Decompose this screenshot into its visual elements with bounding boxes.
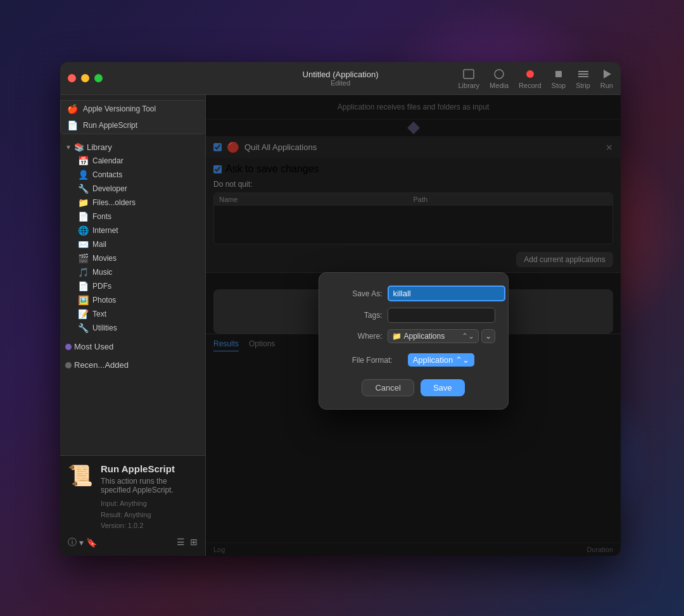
window-subtitle: Edited [303, 79, 379, 87]
save-dialog-overlay: Save As: Tags: Where: 📁 Applications [206, 95, 621, 556]
file-format-label: File Format: [352, 356, 393, 365]
photos-icon: 🖼️ [78, 295, 89, 305]
svg-marker-7 [604, 70, 611, 79]
movies-icon: 🎬 [78, 253, 89, 263]
library-group-header[interactable]: ▼ 📚 Library [60, 141, 205, 154]
version-value: 1.0.2 [128, 522, 143, 529]
bottom-footer-right: ☰ ⊞ [177, 537, 198, 548]
search-result-apple-versioning[interactable]: 🍎 Apple Versioning Tool [61, 101, 205, 117]
dialog-buttons: Cancel Save [332, 379, 495, 396]
cancel-button[interactable]: Cancel [362, 379, 414, 396]
sidebar-item-utilities[interactable]: 🔧 Utilities [60, 321, 205, 335]
apple-versioning-icon: 🍎 [67, 104, 78, 114]
svg-point-2 [526, 70, 534, 78]
title-bar: Untitled (Application) Edited Library Me… [60, 62, 621, 95]
text-icon: 📝 [78, 309, 89, 319]
main-window: Untitled (Application) Edited Library Me… [60, 62, 621, 556]
file-format-chevron-icon: ⌃⌄ [455, 355, 469, 365]
sidebar-item-contacts-label: Contacts [92, 170, 122, 179]
svg-rect-6 [578, 76, 588, 77]
contacts-icon: 👤 [78, 170, 89, 180]
sidebar-item-contacts[interactable]: 👤 Contacts [60, 168, 205, 182]
traffic-lights [68, 74, 103, 82]
file-format-select[interactable]: Application ⌃⌄ [408, 353, 475, 367]
toolbar-stop[interactable]: Stop [552, 68, 566, 89]
sidebar-item-pdfs[interactable]: 📄 PDFs [60, 279, 205, 293]
sidebar-item-mail[interactable]: ✉️ Mail [60, 237, 205, 251]
run-applescript-icon: 📄 [67, 120, 78, 130]
sidebar-item-pdfs-label: PDFs [92, 282, 111, 291]
files-icon: 📁 [78, 198, 89, 208]
library-section: ▼ 📚 Library 📅 Calendar 👤 Contacts 🔧 [60, 138, 205, 337]
toolbar-library[interactable]: Library [458, 68, 479, 89]
save-button[interactable]: Save [421, 379, 465, 396]
chevron-down-small-icon[interactable]: ▾ [79, 537, 84, 548]
where-dropdown-button[interactable]: ⌄ [481, 329, 495, 343]
bottom-footer: ⓘ ▾ 🔖 ☰ ⊞ [68, 537, 198, 548]
sidebar-item-internet-label: Internet [92, 226, 118, 235]
minimize-button[interactable] [81, 74, 89, 82]
main-content: Application receives files and folders a… [206, 95, 621, 556]
sidebar-item-fonts-label: Fonts [92, 212, 111, 221]
bookmark-icon[interactable]: 🔖 [86, 537, 97, 548]
library-label: Library [87, 142, 112, 152]
bottom-panel-meta: Input: Anything Result: Anything Version… [101, 498, 198, 532]
toolbar-strip[interactable]: Strip [576, 68, 590, 89]
sidebar-item-photos-label: Photos [92, 296, 116, 305]
svg-rect-3 [555, 71, 562, 77]
recently-added-header[interactable]: Recen...Added [60, 358, 205, 372]
sidebar-item-text[interactable]: 📝 Text [60, 307, 205, 321]
svg-rect-5 [578, 73, 588, 75]
file-format-value: Application [413, 355, 453, 365]
sidebar-item-music-label: Music [92, 268, 112, 277]
recently-added-label: Recen...Added [74, 360, 129, 370]
library-icon: 📚 [74, 142, 84, 152]
grid-icon[interactable]: ⊞ [190, 537, 198, 548]
sidebar-item-photos[interactable]: 🖼️ Photos [60, 293, 205, 307]
tags-input[interactable] [388, 308, 495, 323]
input-label: Input: [101, 500, 118, 507]
file-format-row: File Format: Application ⌃⌄ [332, 353, 495, 367]
tags-label: Tags: [332, 311, 383, 320]
save-as-input[interactable] [388, 286, 505, 301]
sidebar-item-internet[interactable]: 🌐 Internet [60, 223, 205, 237]
window-title-main: Untitled (Application) [303, 70, 379, 79]
pdfs-icon: 📄 [78, 281, 89, 291]
close-button[interactable] [68, 74, 76, 82]
info-icon[interactable]: ⓘ [68, 537, 77, 548]
most-used-label: Most Used [74, 342, 113, 351]
search-result-run-applescript[interactable]: 📄 Run AppleScript [61, 117, 205, 134]
fonts-icon: 📄 [78, 211, 89, 222]
where-chevron-icon: ⌃⌄ [462, 332, 474, 341]
mail-icon: ✉️ [78, 239, 89, 249]
sidebar-item-files[interactable]: 📁 Files...olders [60, 196, 205, 210]
recently-added-section: Recen...Added [60, 356, 205, 374]
input-value: Anything [120, 500, 147, 507]
toolbar-media[interactable]: Media [490, 68, 509, 89]
toolbar-record[interactable]: Record [519, 68, 541, 89]
sidebar-item-files-label: Files...olders [92, 198, 136, 207]
most-used-header[interactable]: Most Used [60, 340, 205, 353]
sidebar-item-music[interactable]: 🎵 Music [60, 265, 205, 279]
sidebar-item-developer-label: Developer [92, 184, 127, 193]
toolbar-run[interactable]: Run [600, 68, 613, 89]
maximize-button[interactable] [94, 74, 103, 82]
sidebar-item-calendar[interactable]: 📅 Calendar [60, 154, 205, 168]
developer-icon: 🔧 [78, 184, 89, 194]
sidebar-item-fonts[interactable]: 📄 Fonts [60, 210, 205, 223]
list-icon[interactable]: ☰ [177, 537, 185, 548]
utilities-icon: 🔧 [78, 323, 89, 333]
sidebar-item-text-label: Text [92, 310, 106, 318]
applications-folder-icon: 📁 [392, 332, 402, 341]
version-label: Version: [101, 522, 126, 529]
svg-rect-0 [464, 70, 474, 79]
recently-added-bullet [65, 362, 72, 368]
result-label: Result: [101, 511, 122, 519]
sidebar-item-movies[interactable]: 🎬 Movies [60, 251, 205, 265]
where-select-wrap: 📁 Applications ⌃⌄ ⌄ [388, 329, 495, 343]
sidebar-item-developer[interactable]: 🔧 Developer [60, 182, 205, 196]
tags-row: Tags: [332, 308, 495, 323]
bottom-info: 📜 Run AppleScript This action runs the s… [68, 463, 198, 532]
where-value: Applications [404, 332, 445, 341]
where-select[interactable]: 📁 Applications ⌃⌄ [388, 329, 479, 343]
